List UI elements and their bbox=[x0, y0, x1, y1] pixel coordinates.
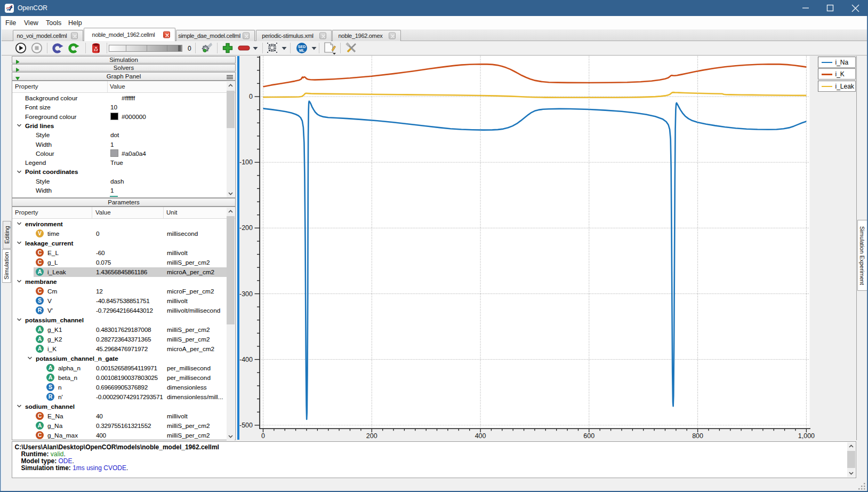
svg-text:0: 0 bbox=[249, 93, 253, 100]
svg-text:800: 800 bbox=[692, 432, 703, 440]
svg-text:-100: -100 bbox=[239, 158, 253, 166]
svg-text:600: 600 bbox=[583, 432, 594, 440]
svg-text:-500: -500 bbox=[239, 422, 253, 429]
svg-text:-400: -400 bbox=[239, 356, 253, 363]
svg-text:ML: ML bbox=[299, 49, 305, 52]
svg-text:SED: SED bbox=[298, 45, 306, 49]
svg-text:-200: -200 bbox=[239, 224, 253, 232]
svg-text:-300: -300 bbox=[239, 290, 253, 298]
svg-text:200: 200 bbox=[366, 432, 377, 440]
svg-text:400: 400 bbox=[475, 432, 486, 440]
svg-text:1,000: 1,000 bbox=[798, 432, 815, 440]
svg-text:0: 0 bbox=[261, 432, 265, 440]
